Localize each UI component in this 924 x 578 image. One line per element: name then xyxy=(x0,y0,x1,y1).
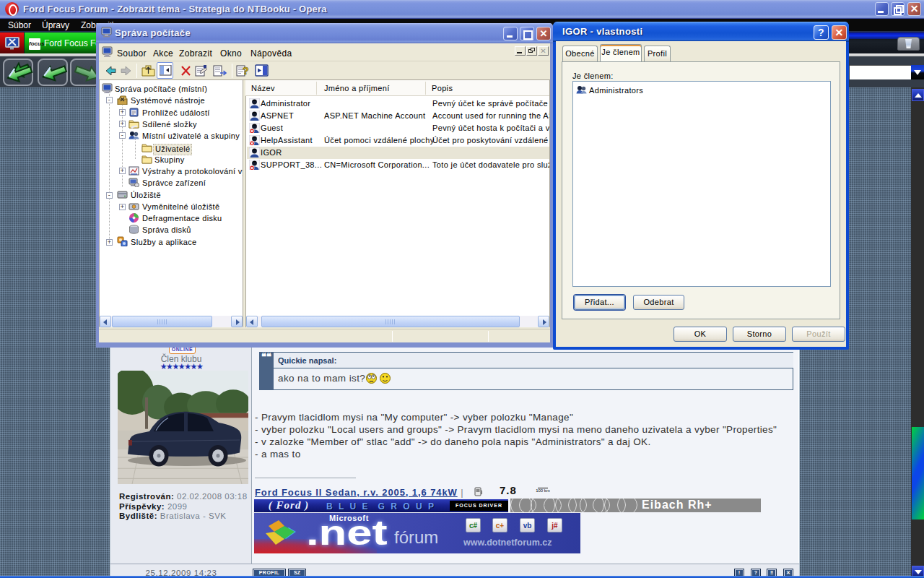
svg-text:?: ? xyxy=(243,65,249,77)
